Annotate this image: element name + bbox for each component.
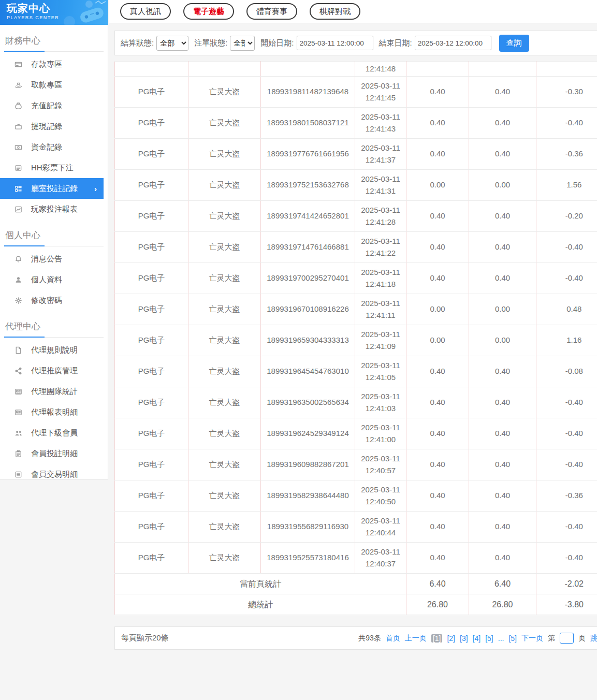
sidebar-item-label: 會員交易明細: [31, 470, 78, 479]
provider-cell: PG电子: [115, 170, 188, 201]
sidebar-item[interactable]: 提現記錄: [0, 116, 104, 137]
settle-status-label: 結算狀態:: [121, 38, 154, 48]
profit-cell: 1.16: [536, 325, 597, 356]
table-row: PG电子亡灵大盗18993195829386444802025-03-1112:…: [115, 480, 597, 512]
gear-icon: [14, 297, 22, 304]
game-category-tabbar: 真人視訊電子遊藝體育賽事棋牌對戰: [109, 0, 597, 23]
game-category-tab[interactable]: 真人視訊: [120, 3, 171, 20]
game-cell: 亡灵大盗: [188, 232, 261, 263]
game-cell: 亡灵大盗: [188, 480, 261, 512]
valid-bet-cell: 0.40: [469, 387, 536, 418]
page-link[interactable]: [3]: [460, 634, 468, 643]
sidebar-item-label: 充值記錄: [31, 101, 62, 111]
sidebar-item-label: 代理下級會員: [31, 428, 78, 438]
sidebar-item[interactable]: 資金記錄: [0, 137, 104, 157]
page-jump-input[interactable]: [560, 633, 574, 644]
time-cell: 2025-03-1112:41:09: [355, 325, 406, 356]
order-id-cell: 1899319752153632768: [261, 170, 355, 201]
bet-amount-cell: 0.00: [406, 325, 469, 356]
section-underline: [4, 245, 104, 246]
profit-cell: [536, 62, 597, 77]
bet-amount-cell: 0.40: [406, 201, 469, 232]
sidebar-item-label: 修改密碼: [31, 296, 62, 305]
profit-cell: -0.40: [536, 108, 597, 139]
jump-button[interactable]: 跳转: [590, 634, 597, 643]
order-status-select[interactable]: 全部: [230, 36, 255, 51]
profit-cell: -0.30: [536, 77, 597, 108]
valid-bet-cell: 0.40: [469, 108, 536, 139]
valid-bet-cell: 0.40: [469, 449, 536, 480]
sidebar-item[interactable]: 代理推廣管理: [0, 360, 104, 381]
sidebar-item[interactable]: 代理報表明細: [0, 402, 104, 422]
sidebar-item[interactable]: 修改密碼: [0, 290, 104, 311]
search-button[interactable]: 查詢: [499, 35, 529, 52]
sidebar-item[interactable]: 會員投註明細: [0, 443, 104, 464]
game-cell: 亡灵大盗: [188, 294, 261, 325]
sidebar-item[interactable]: HH彩票下注: [0, 157, 104, 178]
time-cell: 2025-03-1112:40:37: [355, 543, 406, 574]
valid-bet-cell: 0.40: [469, 418, 536, 449]
sidebar-item[interactable]: 代理規則說明: [0, 340, 104, 360]
time-cell: 2025-03-1112:41:03: [355, 387, 406, 418]
table-row: PG电子亡灵大盗18993196701089162262025-03-1112:…: [115, 294, 597, 325]
sidebar-item[interactable]: 取款專區: [0, 75, 104, 95]
prev-page-link[interactable]: 上一页: [405, 634, 427, 643]
table-row: PG电子亡灵大盗18993197147614668812025-03-1112:…: [115, 232, 597, 263]
time-cell: 2025-03-1112:41:37: [355, 139, 406, 170]
profit-cell: -0.36: [536, 139, 597, 170]
end-date-input[interactable]: [415, 36, 491, 50]
first-page-link[interactable]: 首页: [386, 634, 400, 643]
valid-bet-cell: 0.00: [469, 170, 536, 201]
page-link[interactable]: [2]: [447, 634, 455, 643]
game-cell: 亡灵大盗: [188, 512, 261, 543]
sidebar-item[interactable]: 充值記錄: [0, 95, 104, 116]
game-cell: 亡灵大盗: [188, 77, 261, 108]
bet-amount-cell: 0.40: [406, 480, 469, 512]
table-row: PG电子亡灵大盗18993196098828672012025-03-1112:…: [115, 449, 597, 480]
page-total-valid: 6.40: [469, 574, 536, 594]
grand-total-valid: 26.80: [469, 594, 536, 615]
order-id-cell: 1899319645454763010: [261, 356, 355, 387]
page-link-current[interactable]: [1]: [431, 634, 443, 643]
page-link[interactable]: ...: [498, 634, 504, 643]
sidebar-item[interactable]: 代理團隊統計: [0, 381, 104, 402]
page-link[interactable]: [5]: [508, 634, 517, 643]
page-links: [1][2][3][4][5]...[5]: [431, 634, 517, 643]
withdraw-hand-icon: [14, 81, 22, 89]
game-category-tab[interactable]: 棋牌對戰: [310, 3, 360, 20]
sidebar-item-label: 個人資料: [31, 275, 62, 285]
table-row: PG电子亡灵大盗18993196593043333132025-03-1112:…: [115, 325, 597, 356]
time-cell: 2025-03-1112:41:45: [355, 77, 406, 108]
sidebar-section-header: 代理中心: [5, 322, 108, 332]
provider-cell: PG电子: [115, 418, 188, 449]
game-cell: 亡灵大盗: [188, 263, 261, 294]
order-id-cell: 1899319624529349124: [261, 418, 355, 449]
valid-bet-cell: 0.00: [469, 325, 536, 356]
sidebar-item-label: 玩家投注報表: [31, 205, 78, 214]
page-link[interactable]: [5]: [485, 634, 493, 643]
game-category-tab[interactable]: 體育賽事: [246, 3, 297, 20]
sidebar-item[interactable]: 代理下級會員: [0, 422, 104, 443]
bet-record-icon: [14, 185, 22, 193]
order-id-cell: 1899319741424652801: [261, 201, 355, 232]
valid-bet-cell: 0.40: [469, 201, 536, 232]
sidebar-item-label: 會員投註明細: [31, 449, 78, 459]
page-link[interactable]: [4]: [473, 634, 481, 643]
game-category-tab[interactable]: 電子遊藝: [183, 3, 234, 20]
settle-status-select[interactable]: 全部: [156, 36, 188, 51]
sidebar-item[interactable]: 玩家投注報表: [0, 199, 104, 220]
pagination-bar: 每頁顯示20條 共93条 首页 上一页 [1][2][3][4][5]...[5…: [114, 626, 597, 650]
sidebar-item[interactable]: 消息公告: [0, 249, 104, 269]
provider-cell: PG电子: [115, 232, 188, 263]
start-date-input[interactable]: [297, 36, 373, 50]
valid-bet-cell: [469, 62, 536, 77]
document-icon: [14, 346, 22, 354]
sidebar-item[interactable]: 存款專區: [0, 54, 104, 75]
sidebar-item[interactable]: 廳室投註記錄›: [0, 178, 104, 199]
profit-cell: -0.40: [536, 449, 597, 480]
next-page-link[interactable]: 下一页: [521, 634, 543, 643]
game-cell: 亡灵大盗: [188, 108, 261, 139]
sidebar-item[interactable]: 個人資料: [0, 269, 104, 290]
sidebar-item[interactable]: 會員交易明細: [0, 464, 104, 485]
order-id-cell: [261, 62, 355, 77]
